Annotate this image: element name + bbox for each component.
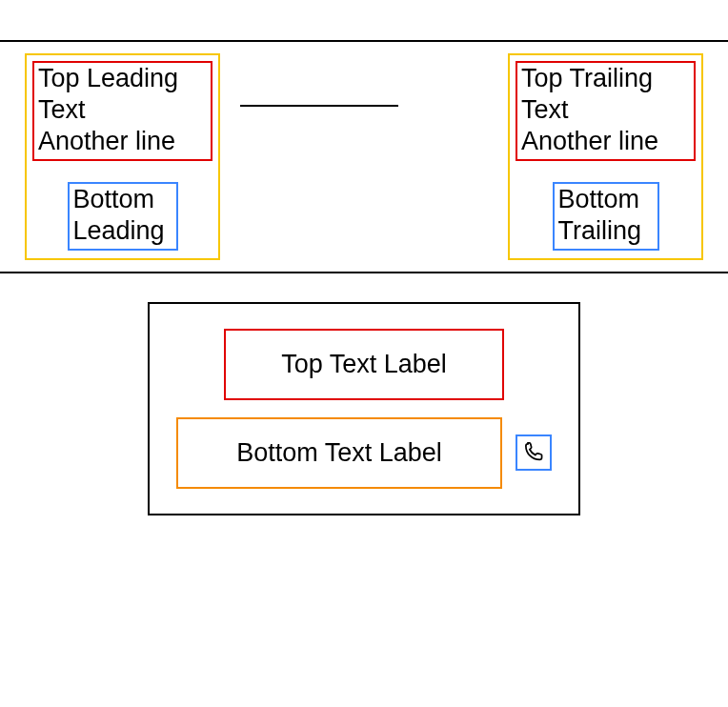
- bottom-trailing-text-box: Bottom Trailing: [553, 182, 659, 251]
- bottom-leading-text-box: Bottom Leading: [68, 182, 178, 251]
- leading-group: Top Leading Text Another line Bottom Lea…: [25, 53, 220, 260]
- bottom-row: Bottom Text Label: [174, 417, 554, 489]
- bottom-trailing-text-line: Bottom: [558, 184, 654, 215]
- top-trailing-text-line: Another line: [521, 126, 690, 157]
- phone-icon: [516, 434, 552, 471]
- top-trailing-text-line: Text: [521, 94, 690, 126]
- top-leading-text-line: Top Leading: [38, 63, 207, 94]
- top-leading-text-line: Another line: [38, 126, 207, 157]
- top-trailing-text-box: Top Trailing Text Another line: [516, 61, 696, 161]
- bottom-leading-text-line: Bottom: [73, 184, 172, 215]
- bottom-container: Top Text Label Bottom Text Label: [148, 302, 580, 515]
- bottom-section: Top Text Label Bottom Text Label: [0, 302, 728, 515]
- bottom-leading-text-line: Leading: [73, 215, 172, 247]
- bottom-trailing-text-line: Trailing: [558, 215, 654, 247]
- top-leading-text-box: Top Leading Text Another line: [32, 61, 212, 161]
- bottom-text-label: Bottom Text Label: [176, 417, 502, 489]
- top-leading-text-line: Text: [38, 94, 207, 126]
- top-text-label: Top Text Label: [224, 329, 504, 400]
- trailing-group: Top Trailing Text Another line Bottom Tr…: [508, 53, 703, 260]
- top-trailing-text-line: Top Trailing: [521, 63, 690, 94]
- top-row-container: Top Leading Text Another line Bottom Lea…: [0, 40, 728, 273]
- horizontal-divider: [240, 105, 398, 107]
